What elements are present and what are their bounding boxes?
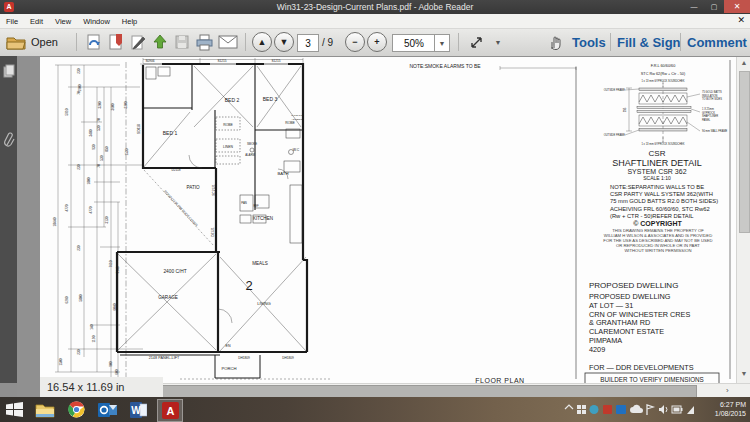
convert-pdf-button[interactable] xyxy=(84,32,104,52)
zoom-dropdown-button[interactable]: ▼ xyxy=(434,34,450,52)
dimension-label: 140 xyxy=(90,324,94,330)
taskbar: W A 6:27 PM 1/08/20 xyxy=(0,397,750,422)
tray-network-icon[interactable] xyxy=(687,406,694,414)
tray-show-icons[interactable] xyxy=(565,405,573,409)
tools-button[interactable]: Tools xyxy=(572,32,606,52)
menu-help[interactable]: Help xyxy=(116,17,143,26)
dimension-label: 70 xyxy=(97,164,101,168)
tray-cloud-icon[interactable] xyxy=(630,405,643,413)
tray-time: 6:27 PM xyxy=(715,400,746,409)
tray-adobe-icon[interactable] xyxy=(603,405,612,414)
detail-label: 75 GOLD BATTS xyxy=(702,90,722,94)
dimension-label: 230 xyxy=(77,68,81,74)
tray-onedrive-icon[interactable] xyxy=(616,405,626,414)
svg-text:W: W xyxy=(131,405,141,416)
close-document-icon[interactable]: ✕ xyxy=(737,15,745,25)
plan-label: LINEN xyxy=(223,145,234,149)
toolbar-separator xyxy=(245,33,246,51)
save-button[interactable] xyxy=(172,32,192,52)
plan-label: PAN xyxy=(241,201,247,205)
file-explorer-button[interactable] xyxy=(33,399,57,420)
tray-flag-icon[interactable] xyxy=(647,405,653,415)
outlook-button[interactable] xyxy=(95,399,119,420)
dimension-label: 850 xyxy=(105,146,109,152)
dimension-label: 3600 xyxy=(111,103,115,110)
menu-edit[interactable]: Edit xyxy=(24,17,49,26)
comment-button[interactable]: Comment xyxy=(687,32,747,52)
fixtures xyxy=(146,67,302,243)
file-explorer-icon xyxy=(35,402,55,418)
adobe-reader-button[interactable]: A xyxy=(157,399,183,422)
sign-pen-button[interactable] xyxy=(128,32,148,52)
detail-title-scale: SCALE 1:10 xyxy=(597,175,717,181)
plan-label: DH1809 xyxy=(238,356,250,360)
dimension-label: 4770 xyxy=(65,204,69,211)
chrome-button[interactable] xyxy=(64,399,88,420)
tray-volume-icon[interactable] xyxy=(659,405,667,414)
fit-window-button[interactable] xyxy=(466,32,486,52)
page-total-label: / 9 xyxy=(322,32,333,52)
next-page-button[interactable]: ▼ xyxy=(274,32,294,52)
detail-title-csr: CSR xyxy=(597,149,717,158)
printer-icon xyxy=(196,34,213,51)
detail-label: PANEL xyxy=(702,118,711,122)
menu-file[interactable]: File xyxy=(0,17,24,26)
dimension-label: 1190 xyxy=(92,335,96,342)
detail-label: TO BOTH SIDES xyxy=(702,97,722,101)
project-title: PROPOSED DWELLING xyxy=(589,281,678,290)
tray-app-icon[interactable] xyxy=(590,405,599,414)
zoom-in-button[interactable]: + xyxy=(367,32,387,52)
email-button[interactable] xyxy=(216,32,240,52)
vertical-scrollbar[interactable]: ▲ ▼ xyxy=(736,57,750,383)
dimension-label: 1500 xyxy=(59,358,63,365)
tray-windows-icon[interactable] xyxy=(577,405,586,414)
dimension-label: 70 xyxy=(77,91,81,95)
plan-label: D2121 xyxy=(211,227,215,237)
tray-clock[interactable]: 6:27 PM 1/08/2015 xyxy=(715,400,746,418)
create-pdf-button[interactable] xyxy=(106,32,126,52)
share-button[interactable] xyxy=(150,32,170,52)
plan-label: ROBE xyxy=(285,121,295,125)
plan-label: 2 xyxy=(245,278,252,293)
detail-label: GYPROCK xyxy=(702,111,715,115)
pdf-page: S0906S1215S1215BED 2BED 3BED 1ROBELINENR… xyxy=(40,57,736,383)
plan-label: GARAGE xyxy=(158,295,178,300)
title-bar: A Win31-23-Design-Current Plans.pdf - Ad… xyxy=(0,0,750,14)
zoom-level-input[interactable]: 50% xyxy=(392,34,436,52)
scroll-up-icon[interactable]: ▲ xyxy=(737,59,750,66)
dimension-label: 1900 xyxy=(78,84,82,91)
word-button[interactable]: W xyxy=(126,399,150,420)
detail-label: 1 x 13 mm GYPROCK SOUNDCHEK xyxy=(641,142,684,146)
window-title: Win31-23-Design-Current Plans.pdf - Adob… xyxy=(0,2,750,12)
plan-label: 2148 PANEL-LIFT xyxy=(149,356,180,360)
open-button[interactable]: Open xyxy=(5,32,58,52)
tray-battery-icon[interactable] xyxy=(672,406,683,413)
zoom-out-button[interactable]: − xyxy=(345,32,365,52)
minimize-button[interactable]: — xyxy=(684,0,704,13)
hand-tool-button[interactable] xyxy=(545,32,565,52)
fill-sign-button[interactable]: Fill & Sign xyxy=(617,32,681,52)
system-tray[interactable] xyxy=(563,402,695,417)
start-button[interactable] xyxy=(2,399,26,420)
scroll-down-icon[interactable]: ▼ xyxy=(737,370,750,377)
page-convert-icon xyxy=(86,34,102,51)
scroll-right-icon[interactable]: › xyxy=(726,386,729,395)
dimension-label: 230 xyxy=(77,349,81,355)
dimension-label: 3130 xyxy=(105,216,109,223)
page-thumbnails-icon[interactable] xyxy=(3,64,15,78)
vertical-scroll-thumb[interactable] xyxy=(739,71,750,233)
plan-label: DH1809 xyxy=(282,356,294,360)
dimension-label: 5800 xyxy=(79,294,83,301)
attachments-paperclip-icon[interactable] xyxy=(3,131,15,149)
dimension-label: 3200 xyxy=(124,101,128,108)
toolbar-separator xyxy=(76,33,77,51)
close-button[interactable]: ✕ xyxy=(724,0,750,13)
maximize-button[interactable]: ▢ xyxy=(704,0,724,13)
menu-window[interactable]: Window xyxy=(77,17,116,26)
view-options-dropdown[interactable]: ▼ xyxy=(492,32,504,52)
print-button[interactable] xyxy=(194,32,214,52)
plan-label: STRATCO W RIM ROOF COVER xyxy=(163,189,199,227)
previous-page-button[interactable]: ▲ xyxy=(252,32,272,52)
page-number-input[interactable]: 3 xyxy=(297,34,319,52)
menu-view[interactable]: View xyxy=(49,17,77,26)
